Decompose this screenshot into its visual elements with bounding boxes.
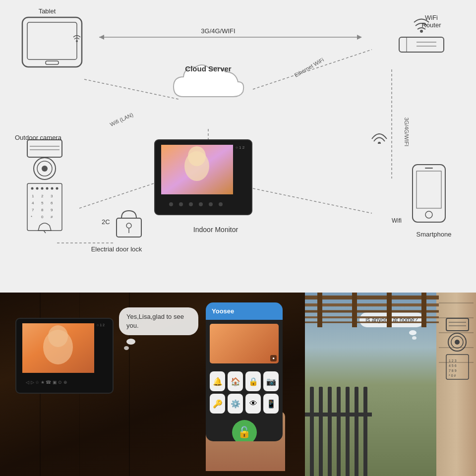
pergola-svg [305, 293, 439, 327]
diagram-section: Tablet 3G/4G/WIFI Cloud Server Wifi (LAN… [0, 0, 476, 293]
svg-point-44 [51, 187, 54, 190]
outdoor-cam-right-svg: 1 2 3 4 5 6 7 8 9 * 0 # [444, 317, 471, 382]
cloud-label: Cloud Server [169, 64, 248, 73]
door-lock-area [112, 208, 146, 240]
bottom-right-panel: 1 2 3 4 5 6 7 8 9 * 0 # Is anyone at hom… [305, 293, 476, 476]
wifi-mid-svg [369, 126, 389, 144]
svg-point-43 [46, 187, 49, 190]
svg-text:4 5 6: 4 5 6 [449, 364, 457, 367]
wifi-label-right: Wifi [392, 217, 402, 224]
svg-marker-3 [357, 35, 362, 40]
svg-line-6 [79, 183, 154, 208]
svg-point-28 [189, 202, 193, 206]
bl-monitor-svg: ◁ ▷ ☆ ★ ☎ ▣ ⊙ ⊕ ○ 1 2 [15, 317, 114, 394]
svg-rect-63 [117, 218, 141, 237]
svg-text:*: * [31, 215, 32, 219]
svg-marker-4 [99, 35, 104, 40]
svg-text:* 0 #: * 0 # [449, 374, 456, 377]
ethernet-wifi-label: Ethernet WiFi [293, 57, 325, 78]
svg-point-78 [455, 340, 460, 345]
svg-point-41 [36, 187, 39, 190]
svg-rect-15 [399, 37, 444, 52]
svg-point-29 [199, 202, 203, 206]
svg-point-42 [41, 187, 44, 190]
svg-point-24 [188, 146, 206, 166]
svg-rect-11 [27, 22, 77, 60]
svg-text:1: 1 [32, 194, 34, 198]
svg-point-31 [219, 202, 223, 206]
outdoor-camera-diagram: 1 2 3 4 5 6 7 8 9 * 0 # [25, 139, 64, 238]
svg-text:0: 0 [41, 215, 44, 219]
tablet-device [20, 15, 84, 69]
svg-text:2: 2 [41, 194, 44, 198]
svg-text:○ 1 2: ○ 1 2 [236, 145, 245, 150]
svg-point-61 [425, 211, 432, 218]
smartphone-diagram [412, 164, 446, 223]
smartphone-label: Smartphone [412, 231, 456, 238]
svg-text:7: 7 [32, 208, 34, 212]
svg-text:◁ ▷ ☆ ★ ☎ ▣ ⊙ ⊕: ◁ ▷ ☆ ★ ☎ ▣ ⊙ ⊕ [26, 380, 67, 385]
phone-in-hand: Yoosee ● 🔔 🏠 🔒 📷 🔑 ⚙️ 👁 📱 [196, 302, 295, 471]
svg-point-30 [209, 202, 213, 206]
svg-text:5: 5 [41, 201, 44, 205]
svg-line-8 [253, 188, 372, 213]
speech-bubble-left: Yes,Lisa,glad to see you. [119, 307, 198, 335]
2c-label: 2C [102, 218, 110, 226]
pergola [305, 293, 439, 327]
indoor-monitor-label: Indoor Monitor [176, 226, 255, 234]
svg-rect-33 [27, 140, 62, 157]
svg-rect-59 [413, 165, 445, 222]
svg-point-69 [48, 325, 68, 347]
indoor-monitor-diagram: ○ 1 2 [154, 139, 253, 218]
svg-rect-73 [446, 318, 469, 331]
bl-indoor-monitor: ◁ ▷ ☆ ★ ☎ ▣ ⊙ ⊕ ○ 1 2 [15, 317, 114, 397]
outdoor-camera-right: 1 2 3 4 5 6 7 8 9 * 0 # [444, 317, 471, 382]
3g-right-label: 3G/4G/WIFI [404, 118, 410, 147]
svg-point-13 [76, 40, 78, 42]
svg-text:9: 9 [51, 208, 53, 212]
svg-text:#: # [51, 215, 53, 219]
router-label: WiFiRouter [414, 14, 449, 29]
outdoor-camera-label: Outdoor camera [15, 134, 69, 141]
door-lock-svg [112, 208, 146, 238]
svg-point-14 [420, 30, 423, 33]
outdoor-camera-svg: 1 2 3 4 5 6 7 8 9 * 0 # [25, 139, 64, 238]
wifi-lan-label: Wifi (LAN) [109, 112, 134, 127]
svg-line-1 [253, 50, 372, 89]
svg-text:7 8 9: 7 8 9 [449, 369, 457, 372]
svg-rect-12 [46, 61, 59, 64]
svg-rect-60 [416, 171, 441, 208]
smartphone-svg [412, 164, 446, 223]
svg-text:3: 3 [51, 194, 53, 198]
svg-point-45 [56, 187, 59, 190]
svg-line-0 [84, 79, 178, 99]
svg-text:6: 6 [51, 201, 53, 205]
svg-text:○ 1 2: ○ 1 2 [97, 323, 105, 327]
door-lock-label: Electrial door lock [84, 245, 149, 253]
svg-point-40 [31, 187, 34, 190]
tablet-label: Tablet [27, 7, 67, 15]
connection-top-label: 3G/4G/WIFI [188, 27, 248, 35]
bottom-section: ◁ ▷ ☆ ★ ☎ ▣ ⊙ ⊕ ○ 1 2 Yes,Lisa,glad to s… [0, 293, 476, 476]
svg-text:1 2 3: 1 2 3 [449, 359, 457, 362]
svg-point-27 [179, 202, 183, 206]
svg-text:4: 4 [32, 201, 34, 205]
svg-point-64 [126, 223, 131, 228]
bottom-left-panel: ◁ ▷ ☆ ★ ☎ ▣ ⊙ ⊕ ○ 1 2 Yes,Lisa,glad to s… [0, 293, 305, 476]
svg-text:8: 8 [41, 208, 44, 212]
indoor-monitor-svg: ○ 1 2 [154, 139, 253, 216]
wifi-signal-mid [369, 126, 389, 146]
speech-text-left: Yes,Lisa,glad to see you. [126, 313, 184, 329]
svg-point-19 [378, 142, 381, 144]
svg-point-26 [169, 202, 173, 206]
svg-point-38 [42, 166, 48, 172]
tablet-svg [20, 15, 84, 69]
